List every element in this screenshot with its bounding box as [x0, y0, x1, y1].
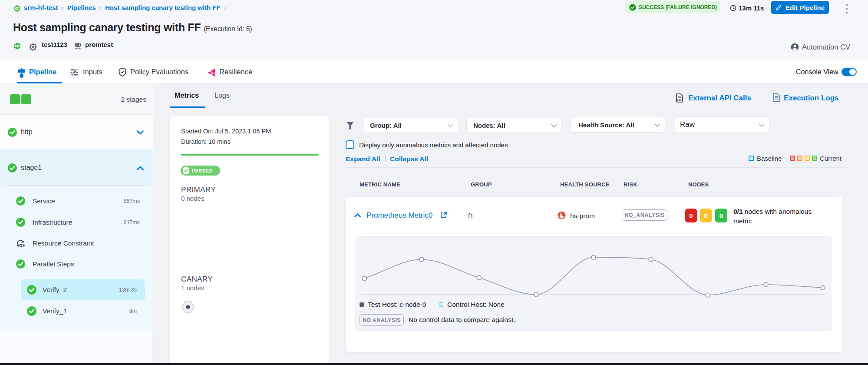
svg-text:API: API	[677, 99, 681, 102]
